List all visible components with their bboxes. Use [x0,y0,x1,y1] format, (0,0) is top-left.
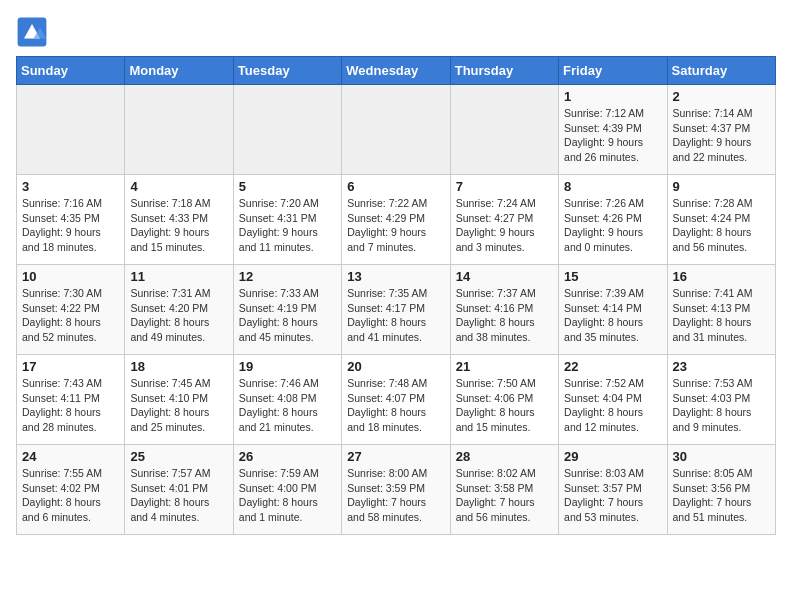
col-header-wednesday: Wednesday [342,57,450,85]
day-info: Sunrise: 7:20 AM Sunset: 4:31 PM Dayligh… [239,196,336,255]
calendar-cell: 11Sunrise: 7:31 AM Sunset: 4:20 PM Dayli… [125,265,233,355]
calendar-cell: 9Sunrise: 7:28 AM Sunset: 4:24 PM Daylig… [667,175,775,265]
calendar-cell [125,85,233,175]
day-number: 18 [130,359,227,374]
day-info: Sunrise: 8:02 AM Sunset: 3:58 PM Dayligh… [456,466,553,525]
day-info: Sunrise: 7:31 AM Sunset: 4:20 PM Dayligh… [130,286,227,345]
day-info: Sunrise: 7:24 AM Sunset: 4:27 PM Dayligh… [456,196,553,255]
day-info: Sunrise: 7:53 AM Sunset: 4:03 PM Dayligh… [673,376,770,435]
calendar-cell: 20Sunrise: 7:48 AM Sunset: 4:07 PM Dayli… [342,355,450,445]
day-info: Sunrise: 7:39 AM Sunset: 4:14 PM Dayligh… [564,286,661,345]
day-number: 16 [673,269,770,284]
col-header-sunday: Sunday [17,57,125,85]
calendar-cell [450,85,558,175]
calendar-cell: 5Sunrise: 7:20 AM Sunset: 4:31 PM Daylig… [233,175,341,265]
calendar-cell: 17Sunrise: 7:43 AM Sunset: 4:11 PM Dayli… [17,355,125,445]
day-info: Sunrise: 7:35 AM Sunset: 4:17 PM Dayligh… [347,286,444,345]
day-number: 15 [564,269,661,284]
day-number: 8 [564,179,661,194]
day-number: 23 [673,359,770,374]
calendar-cell [233,85,341,175]
day-number: 25 [130,449,227,464]
calendar-cell: 14Sunrise: 7:37 AM Sunset: 4:16 PM Dayli… [450,265,558,355]
day-number: 1 [564,89,661,104]
calendar-cell: 26Sunrise: 7:59 AM Sunset: 4:00 PM Dayli… [233,445,341,535]
day-number: 17 [22,359,119,374]
day-info: Sunrise: 8:00 AM Sunset: 3:59 PM Dayligh… [347,466,444,525]
day-number: 10 [22,269,119,284]
calendar-cell: 12Sunrise: 7:33 AM Sunset: 4:19 PM Dayli… [233,265,341,355]
day-info: Sunrise: 7:45 AM Sunset: 4:10 PM Dayligh… [130,376,227,435]
day-info: Sunrise: 7:57 AM Sunset: 4:01 PM Dayligh… [130,466,227,525]
day-number: 19 [239,359,336,374]
logo-icon [16,16,48,48]
page-header [16,16,776,48]
day-info: Sunrise: 7:28 AM Sunset: 4:24 PM Dayligh… [673,196,770,255]
day-info: Sunrise: 7:48 AM Sunset: 4:07 PM Dayligh… [347,376,444,435]
day-number: 26 [239,449,336,464]
day-number: 7 [456,179,553,194]
calendar-cell: 8Sunrise: 7:26 AM Sunset: 4:26 PM Daylig… [559,175,667,265]
calendar-cell: 19Sunrise: 7:46 AM Sunset: 4:08 PM Dayli… [233,355,341,445]
calendar-cell: 29Sunrise: 8:03 AM Sunset: 3:57 PM Dayli… [559,445,667,535]
calendar-cell: 10Sunrise: 7:30 AM Sunset: 4:22 PM Dayli… [17,265,125,355]
day-number: 3 [22,179,119,194]
logo [16,16,52,48]
day-number: 27 [347,449,444,464]
calendar-cell: 2Sunrise: 7:14 AM Sunset: 4:37 PM Daylig… [667,85,775,175]
day-info: Sunrise: 7:26 AM Sunset: 4:26 PM Dayligh… [564,196,661,255]
col-header-friday: Friday [559,57,667,85]
calendar-cell: 24Sunrise: 7:55 AM Sunset: 4:02 PM Dayli… [17,445,125,535]
day-number: 11 [130,269,227,284]
day-number: 6 [347,179,444,194]
day-info: Sunrise: 7:50 AM Sunset: 4:06 PM Dayligh… [456,376,553,435]
calendar-cell: 16Sunrise: 7:41 AM Sunset: 4:13 PM Dayli… [667,265,775,355]
day-info: Sunrise: 7:41 AM Sunset: 4:13 PM Dayligh… [673,286,770,345]
day-number: 4 [130,179,227,194]
day-number: 24 [22,449,119,464]
calendar-cell: 21Sunrise: 7:50 AM Sunset: 4:06 PM Dayli… [450,355,558,445]
calendar-cell: 18Sunrise: 7:45 AM Sunset: 4:10 PM Dayli… [125,355,233,445]
calendar-cell: 27Sunrise: 8:00 AM Sunset: 3:59 PM Dayli… [342,445,450,535]
day-number: 29 [564,449,661,464]
day-number: 20 [347,359,444,374]
day-info: Sunrise: 7:52 AM Sunset: 4:04 PM Dayligh… [564,376,661,435]
calendar-cell: 6Sunrise: 7:22 AM Sunset: 4:29 PM Daylig… [342,175,450,265]
calendar-cell: 4Sunrise: 7:18 AM Sunset: 4:33 PM Daylig… [125,175,233,265]
calendar-cell [17,85,125,175]
day-info: Sunrise: 8:03 AM Sunset: 3:57 PM Dayligh… [564,466,661,525]
day-number: 21 [456,359,553,374]
day-info: Sunrise: 7:43 AM Sunset: 4:11 PM Dayligh… [22,376,119,435]
calendar-cell: 1Sunrise: 7:12 AM Sunset: 4:39 PM Daylig… [559,85,667,175]
day-info: Sunrise: 7:59 AM Sunset: 4:00 PM Dayligh… [239,466,336,525]
col-header-thursday: Thursday [450,57,558,85]
day-number: 14 [456,269,553,284]
day-number: 13 [347,269,444,284]
day-info: Sunrise: 7:46 AM Sunset: 4:08 PM Dayligh… [239,376,336,435]
day-info: Sunrise: 7:30 AM Sunset: 4:22 PM Dayligh… [22,286,119,345]
calendar-cell: 25Sunrise: 7:57 AM Sunset: 4:01 PM Dayli… [125,445,233,535]
calendar-cell: 7Sunrise: 7:24 AM Sunset: 4:27 PM Daylig… [450,175,558,265]
day-number: 22 [564,359,661,374]
calendar-cell: 28Sunrise: 8:02 AM Sunset: 3:58 PM Dayli… [450,445,558,535]
day-number: 12 [239,269,336,284]
day-info: Sunrise: 7:33 AM Sunset: 4:19 PM Dayligh… [239,286,336,345]
day-info: Sunrise: 7:14 AM Sunset: 4:37 PM Dayligh… [673,106,770,165]
day-number: 9 [673,179,770,194]
day-number: 2 [673,89,770,104]
col-header-tuesday: Tuesday [233,57,341,85]
calendar-cell: 30Sunrise: 8:05 AM Sunset: 3:56 PM Dayli… [667,445,775,535]
day-info: Sunrise: 7:22 AM Sunset: 4:29 PM Dayligh… [347,196,444,255]
day-info: Sunrise: 7:16 AM Sunset: 4:35 PM Dayligh… [22,196,119,255]
day-info: Sunrise: 7:55 AM Sunset: 4:02 PM Dayligh… [22,466,119,525]
day-info: Sunrise: 8:05 AM Sunset: 3:56 PM Dayligh… [673,466,770,525]
calendar-cell [342,85,450,175]
calendar-cell: 23Sunrise: 7:53 AM Sunset: 4:03 PM Dayli… [667,355,775,445]
calendar-table: SundayMondayTuesdayWednesdayThursdayFrid… [16,56,776,535]
calendar-cell: 13Sunrise: 7:35 AM Sunset: 4:17 PM Dayli… [342,265,450,355]
day-info: Sunrise: 7:18 AM Sunset: 4:33 PM Dayligh… [130,196,227,255]
col-header-monday: Monday [125,57,233,85]
day-number: 28 [456,449,553,464]
day-number: 5 [239,179,336,194]
calendar-cell: 3Sunrise: 7:16 AM Sunset: 4:35 PM Daylig… [17,175,125,265]
